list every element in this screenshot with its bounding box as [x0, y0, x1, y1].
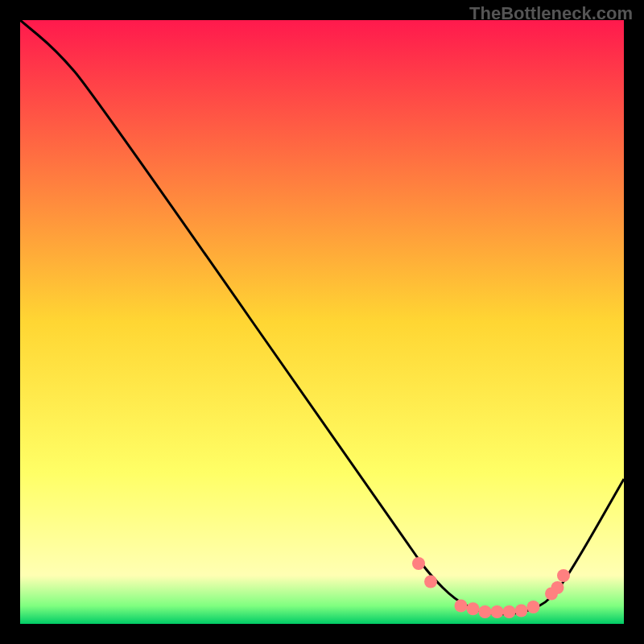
marker-dot — [424, 576, 437, 588]
marker-dot — [503, 605, 516, 618]
marker-dot — [412, 557, 425, 570]
marker-dot — [527, 601, 540, 613]
chart-container: TheBottleneck.com — [0, 0, 644, 644]
marker-dot — [467, 602, 480, 615]
marker-dot — [551, 581, 564, 594]
marker-dot — [491, 605, 504, 618]
chart-svg — [20, 20, 624, 624]
marker-dot — [557, 569, 570, 582]
marker-dot — [515, 605, 528, 617]
marker-dot — [455, 600, 468, 613]
plot-area — [20, 20, 624, 624]
gradient-background — [20, 20, 624, 624]
marker-dot — [479, 605, 492, 618]
watermark-text: TheBottleneck.com — [469, 3, 633, 24]
